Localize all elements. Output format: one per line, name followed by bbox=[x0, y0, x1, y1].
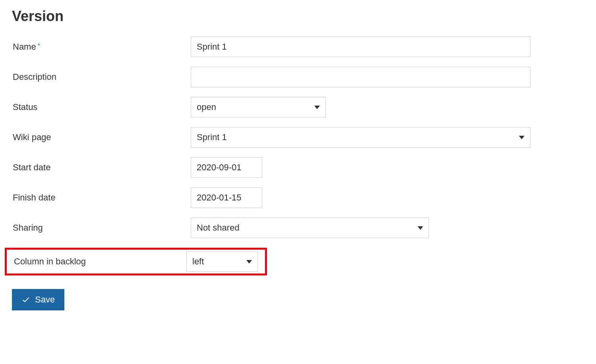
start-date-input[interactable] bbox=[191, 157, 262, 178]
status-row: Status open bbox=[12, 97, 584, 117]
status-select[interactable]: open bbox=[191, 97, 326, 117]
wiki-page-select[interactable]: Sprint 1 bbox=[191, 127, 530, 148]
start-date-row: Start date bbox=[12, 157, 584, 178]
save-button-label: Save bbox=[35, 295, 55, 305]
name-row: Name* bbox=[12, 37, 584, 57]
required-asterisk: * bbox=[38, 42, 40, 49]
page-title: Version bbox=[12, 8, 584, 25]
column-in-backlog-select[interactable]: left bbox=[186, 251, 258, 272]
chevron-down-icon bbox=[519, 136, 524, 139]
description-input[interactable] bbox=[191, 67, 530, 87]
chevron-down-icon bbox=[418, 226, 423, 230]
finish-date-label: Finish date bbox=[12, 193, 191, 203]
name-input[interactable] bbox=[191, 37, 530, 57]
description-row: Description bbox=[12, 67, 584, 87]
sharing-label: Sharing bbox=[12, 223, 191, 233]
column-in-backlog-row: Column in backlog left bbox=[5, 248, 267, 275]
description-label: Description bbox=[12, 72, 191, 82]
sharing-select[interactable]: Not shared bbox=[191, 218, 429, 238]
name-label: Name* bbox=[12, 42, 191, 52]
column-in-backlog-label: Column in backlog bbox=[13, 256, 186, 267]
chevron-down-icon bbox=[246, 260, 252, 264]
finish-date-row: Finish date bbox=[12, 187, 584, 208]
finish-date-input[interactable] bbox=[191, 187, 262, 208]
save-button[interactable]: Save bbox=[12, 289, 64, 310]
check-icon bbox=[21, 295, 30, 304]
wiki-page-row: Wiki page Sprint 1 bbox=[12, 127, 584, 148]
wiki-page-label: Wiki page bbox=[12, 132, 191, 143]
status-label: Status bbox=[12, 102, 191, 112]
start-date-label: Start date bbox=[12, 162, 191, 173]
sharing-row: Sharing Not shared bbox=[12, 218, 584, 238]
chevron-down-icon bbox=[314, 106, 320, 109]
